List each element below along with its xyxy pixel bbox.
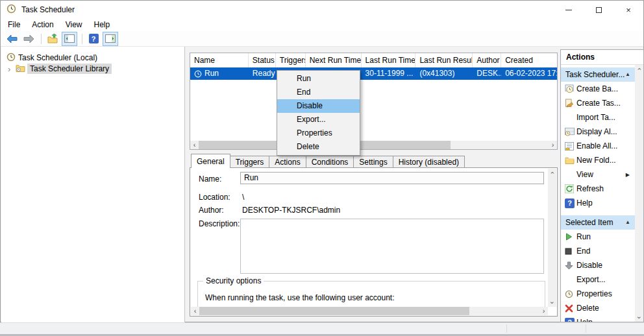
toolbar-console-tree-toggle[interactable]: [62, 32, 77, 46]
action-item-label: Enable All...: [576, 141, 617, 150]
column-header-author[interactable]: Author: [473, 53, 501, 67]
tab-history[interactable]: History (disabled): [393, 156, 465, 168]
context-menu-disable[interactable]: Disable: [277, 99, 360, 113]
action-item-export[interactable]: Export...: [561, 272, 635, 287]
minimize-button[interactable]: [554, 1, 584, 19]
column-header-last-run-result[interactable]: Last Run Result: [415, 53, 473, 67]
action-item-help-partial[interactable]: ? Help: [561, 315, 635, 322]
action-item-create-basic-task[interactable]: Create Ba...: [561, 82, 635, 96]
column-header-name[interactable]: Name: [190, 53, 249, 67]
author-value: DESKTOP-TKJSRCF\admin: [242, 206, 340, 215]
menu-action[interactable]: Action: [26, 19, 59, 31]
actions-pane-title: Actions: [561, 50, 643, 65]
action-item-label: Create Ba...: [576, 84, 618, 93]
task-detail-pane: General Triggers Actions Conditions Sett…: [190, 154, 558, 317]
context-menu-export[interactable]: Export...: [277, 113, 360, 126]
tree-item-task-scheduler-library[interactable]: › Task Scheduler Library: [1, 63, 184, 75]
action-item-display-all[interactable]: Display Al...: [561, 125, 635, 139]
column-header-triggers[interactable]: Triggers: [276, 53, 306, 67]
tab-settings[interactable]: Settings: [353, 156, 393, 168]
action-item-properties[interactable]: Properties: [561, 287, 635, 301]
action-item-refresh[interactable]: Refresh: [561, 182, 635, 196]
scroll-up-icon[interactable]: ›: [549, 172, 556, 174]
detail-tabstrip: General Triggers Actions Conditions Sett…: [191, 154, 464, 168]
app-clock-icon: [6, 4, 16, 16]
tree-expander-icon[interactable]: ›: [8, 65, 14, 73]
scroll-down-icon[interactable]: ›: [636, 317, 643, 319]
scroll-left-icon[interactable]: ‹: [191, 307, 199, 315]
tree-library-label: Task Scheduler Library: [27, 64, 112, 74]
toolbar-action-pane-toggle[interactable]: [103, 32, 118, 46]
toolbar-back-button[interactable]: [4, 32, 19, 46]
task-cell-last-run-time: 30-11-1999 ...: [362, 67, 416, 80]
tab-triggers[interactable]: Triggers: [230, 156, 270, 168]
hscroll-thumb[interactable]: [199, 307, 469, 315]
tab-general[interactable]: General: [191, 154, 230, 168]
task-scheduler-window: Task Scheduler × File Action View Help ?: [0, 0, 644, 322]
description-input[interactable]: [240, 219, 544, 274]
security-options-legend: Security options: [203, 276, 264, 285]
scroll-right-icon[interactable]: ›: [549, 141, 557, 149]
minimize-icon: [565, 10, 572, 10]
task-list-header: Name Status Triggers Next Run Time Last …: [190, 53, 557, 67]
tree-item-task-scheduler-local[interactable]: Task Scheduler (Local): [1, 52, 184, 64]
create-basic-task-icon: [565, 84, 575, 93]
action-item-help[interactable]: ? Help: [561, 196, 635, 210]
tab-actions[interactable]: Actions: [269, 156, 306, 168]
collapse-icon[interactable]: ▲: [625, 67, 630, 82]
scroll-right-icon[interactable]: ›: [539, 307, 548, 315]
taskbar-divider: [506, 324, 507, 333]
toolbar-help-button[interactable]: ?: [86, 32, 101, 46]
action-item-delete[interactable]: Delete: [561, 301, 635, 315]
menubar: File Action View Help: [1, 19, 643, 31]
name-input[interactable]: Run: [240, 172, 544, 184]
context-menu-properties[interactable]: Properties: [277, 126, 360, 140]
action-item-view[interactable]: View ▶: [561, 167, 635, 182]
actions-group-task-scheduler[interactable]: Task Scheduler... ▲: [561, 67, 635, 82]
action-item-create-task[interactable]: Create Tas...: [561, 96, 635, 110]
author-label: Author:: [199, 206, 224, 215]
disable-icon: [565, 261, 573, 270]
tree-root-label: Task Scheduler (Local): [18, 53, 97, 62]
task-list-hscrollbar[interactable]: ‹ ›: [190, 141, 557, 149]
action-item-label: End: [576, 246, 590, 256]
action-item-enable-all[interactable]: Enable All...: [561, 139, 635, 153]
column-header-status[interactable]: Status: [249, 53, 276, 67]
action-item-run[interactable]: Run: [561, 230, 635, 244]
tab-conditions[interactable]: Conditions: [306, 156, 354, 168]
actions-group-selected-item[interactable]: Selected Item ▲: [561, 215, 635, 230]
context-menu-end[interactable]: End: [277, 86, 360, 99]
action-item-new-folder[interactable]: New Fold...: [561, 153, 635, 167]
menu-help[interactable]: Help: [88, 19, 116, 31]
task-row-run[interactable]: Run Ready 30-11-1999 ... (0x41303) DESK.…: [190, 67, 557, 80]
back-arrow-icon: [6, 34, 18, 43]
column-header-last-run-time[interactable]: Last Run Time: [362, 53, 416, 67]
context-menu-delete[interactable]: Delete: [277, 140, 360, 154]
collapse-icon[interactable]: ▲: [625, 215, 630, 230]
task-cell-name: Run: [190, 67, 249, 80]
detail-vscrollbar[interactable]: › ›: [548, 169, 556, 307]
menu-file[interactable]: File: [2, 19, 26, 31]
column-header-created[interactable]: Created: [501, 53, 557, 67]
location-value: \: [242, 193, 244, 202]
maximize-button[interactable]: [584, 1, 613, 19]
close-button[interactable]: ×: [613, 1, 643, 19]
scroll-left-icon[interactable]: ‹: [190, 141, 199, 149]
action-item-disable[interactable]: Disable: [561, 258, 635, 272]
scroll-down-icon[interactable]: ›: [549, 302, 556, 304]
action-item-end[interactable]: End: [561, 244, 635, 258]
actions-vscrollbar[interactable]: › ›: [635, 65, 643, 322]
folder-clock-icon: [16, 64, 25, 74]
column-header-next-run-time[interactable]: Next Run Time: [306, 53, 362, 67]
action-item-label: New Fold...: [576, 156, 616, 165]
toolbar-up-level-button[interactable]: [45, 32, 60, 46]
detail-hscrollbar[interactable]: ‹ ›: [191, 307, 548, 315]
action-item-import-task[interactable]: Import Ta...: [561, 110, 635, 125]
task-cell-author: DESK...: [473, 67, 501, 80]
scroll-up-icon[interactable]: ›: [636, 68, 643, 71]
action-item-label: Display Al...: [576, 127, 617, 136]
toolbar-forward-button[interactable]: [21, 32, 36, 46]
group-spacer: [561, 210, 635, 215]
menu-view[interactable]: View: [60, 19, 88, 31]
context-menu-run[interactable]: Run: [277, 72, 360, 86]
